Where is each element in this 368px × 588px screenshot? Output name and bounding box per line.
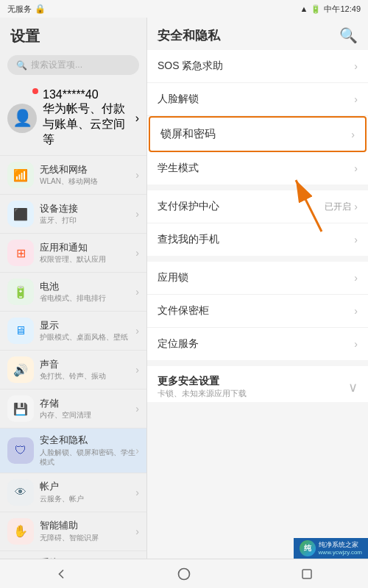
sidebar-item-device[interactable]: ⬛ 设备连接 蓝牙、打印 › [0,195,146,234]
device-text: 设备连接 蓝牙、打印 [40,203,135,226]
panel-header: 安全和隐私 🔍 [147,18,368,50]
list-item-filesafe[interactable]: 文件保密柜 › [147,295,368,328]
chevron-icon: › [354,305,358,317]
sound-icon-circle: 🔊 [7,356,34,383]
accessibility-icon: ✋ [13,524,28,538]
chevron-icon: › [354,162,358,174]
face-label: 人脸解锁 [158,93,354,106]
apps-subtitle: 权限管理、默认应用 [40,254,135,264]
storage-icon-circle: 💾 [7,395,34,422]
account-subtitle: 华为帐号、付款与账单、云空间等 [43,101,135,148]
sidebar-item-system[interactable]: ⚙ 系统 系统导航、系统更新、关于平板、语言和输入法 › [0,551,146,559]
apps-text: 应用和通知 权限管理、默认应用 [40,242,135,265]
chevron-icon: › [135,247,139,259]
chevron-icon: › [135,364,139,376]
list-item-sos[interactable]: SOS 紧急求助 › [147,50,368,83]
wifi-icon-circle: 📶 [7,162,34,188]
accounts-text: 帐户 云服务、帐户 [40,481,135,503]
security-icon: 🛡 [15,444,26,457]
right-panel: 安全和隐私 🔍 SOS 紧急求助 › 人脸解锁 › 锁屏和密码 › 学生模式 › [147,18,368,559]
battery-icon: 🔋 [311,4,321,14]
sidebar-item-battery[interactable]: 🔋 电池 省电模式、排电排行 › [0,273,146,312]
avatar: 👤 [7,104,37,133]
sound-icon: 🔊 [13,363,28,377]
chevron-icon: › [135,208,139,220]
collapse-icon[interactable]: ∨ [348,379,358,395]
section-1: SOS 紧急求助 › 人脸解锁 › 锁屏和密码 › 学生模式 › [147,50,368,184]
battery-text: 电池 省电模式、排电排行 [40,281,135,304]
security-title: 安全和隐私 [40,434,135,447]
wifi-icon: 📶 [13,168,28,182]
applock-label: 应用锁 [158,271,354,284]
svg-point-2 [179,568,190,579]
list-item-payment[interactable]: 支付保护中心 已开启 › [147,190,368,223]
notification-dot [32,88,38,94]
chevron-icon: › [354,272,358,284]
chevron-icon: › [354,201,358,212]
more-section-header[interactable]: 更多安全设置 卡锁、未知来源应用下载 ∨ [147,366,368,402]
sidebar-item-sound[interactable]: 🔊 声音 免打扰、铃声、振动 › [0,351,146,390]
sidebar-item-display[interactable]: 🖥 显示 护眼模式、桌面风格、壁纸 › [0,312,146,351]
accessibility-title: 智能辅助 [40,520,135,532]
security-subtitle: 人脸解锁、锁屏和密码、学生模式 [40,448,135,467]
wifi-text: 无线和网络 WLAN、移动网络 [40,164,135,187]
location-label: 定位服务 [158,337,354,351]
no-service-text: 无服务 [7,4,32,15]
list-item-location[interactable]: 定位服务 › [147,328,368,360]
search-icon: 🔍 [16,60,27,71]
chevron-icon: › [135,445,139,456]
list-item-student[interactable]: 学生模式 › [147,152,368,184]
security-text: 安全和隐私 人脸解锁、锁屏和密码、学生模式 [40,434,135,467]
list-item-lockscreen[interactable]: 锁屏和密码 › [149,116,367,152]
list-item-applock[interactable]: 应用锁 › [147,262,368,295]
recent-icon [300,567,314,581]
lockscreen-label: 锁屏和密码 [160,127,351,141]
payment-label: 支付保护中心 [158,200,325,213]
accessibility-subtitle: 无障碍、智能识屏 [40,533,135,542]
chevron-icon: › [354,234,358,245]
chevron-icon: › [354,60,358,72]
sound-text: 声音 免打扰、铃声、振动 [40,359,135,381]
sidebar-item-security[interactable]: 🛡 安全和隐私 人脸解锁、锁屏和密码、学生模式 › [0,429,146,473]
display-title: 显示 [40,320,135,332]
student-label: 学生模式 [158,162,354,175]
battery-subtitle: 省电模式、排电排行 [40,293,135,303]
accessibility-icon-circle: ✋ [7,518,34,545]
sidebar-item-storage[interactable]: 💾 存储 内存、空间清理 › [0,390,146,429]
section-2: 支付保护中心 已开启 › 查找我的手机 › [147,190,368,256]
back-button[interactable] [0,559,123,588]
sidebar-item-apps[interactable]: ⊞ 应用和通知 权限管理、默认应用 › [0,234,146,273]
chevron-icon: › [135,286,139,298]
account-text: 134*****40 华为帐号、付款与账单、云空间等 [43,88,135,148]
battery-icon-circle: 🔋 [7,279,34,305]
accessibility-text: 智能辅助 无障碍、智能识屏 [40,520,135,542]
device-icon: ⬛ [13,207,28,221]
more-section-title: 更多安全设置 [158,375,247,388]
sidebar-item-accounts[interactable]: 👁 帐户 云服务、帐户 › [0,473,146,512]
status-left: 无服务 🔒 [7,4,46,15]
more-section-subtitle: 卡锁、未知来源应用下载 [158,388,247,399]
search-bar[interactable]: 🔍 搜索设置项... [7,55,139,75]
display-text: 显示 护眼模式、桌面风格、壁纸 [40,320,135,343]
sidebar-item-wifi[interactable]: 📶 无线和网络 WLAN、移动网络 › [0,156,146,195]
list-item-findphone[interactable]: 查找我的手机 › [147,223,368,256]
display-icon-circle: 🖥 [7,318,34,344]
sidebar-item-accessibility[interactable]: ✋ 智能辅助 无障碍、智能识屏 › [0,512,146,551]
accounts-subtitle: 云服务、帐户 [40,494,135,503]
account-title: 134*****40 [43,88,135,101]
sidebar-item-account[interactable]: 👤 134*****40 华为帐号、付款与账单、云空间等 › [0,81,146,156]
device-icon-circle: ⬛ [7,201,34,227]
watermark: 纯 纯净系统之家 www.ycwjzy.com [294,538,368,559]
security-icon-circle: 🛡 [7,437,34,464]
recent-button[interactable] [245,559,368,588]
status-bar: 无服务 🔒 ▲ 🔋 中午12:49 [0,0,368,18]
home-button[interactable] [123,559,246,588]
chevron-icon: › [135,169,139,181]
storage-text: 存储 内存、空间清理 [40,398,135,420]
svg-rect-3 [302,570,311,578]
status-right: ▲ 🔋 中午12:49 [300,4,361,15]
panel-search-icon[interactable]: 🔍 [339,26,358,44]
storage-title: 存储 [40,398,135,410]
list-item-face[interactable]: 人脸解锁 › [147,83,368,116]
main-container: 设置 🔍 搜索设置项... 👤 134*****40 华为帐号、付款与账单、云空… [0,18,368,559]
